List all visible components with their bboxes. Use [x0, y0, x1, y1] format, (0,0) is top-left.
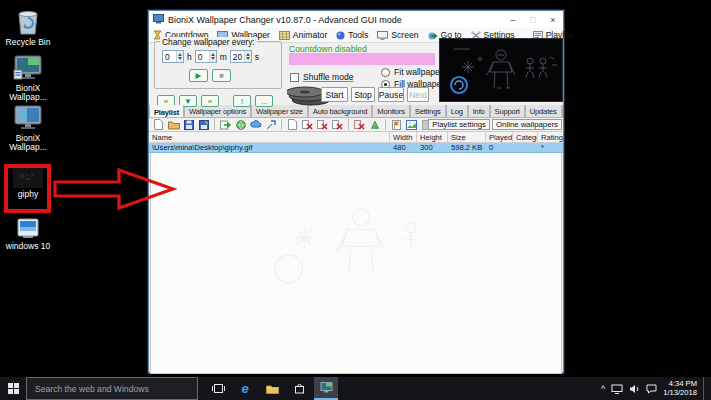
- bionix-app-icon: [0, 104, 56, 132]
- column-size[interactable]: Size: [448, 132, 486, 142]
- action-center-icon[interactable]: [646, 384, 657, 394]
- fit-wallpaper-option[interactable]: Fit wallpaper: [381, 67, 443, 77]
- tab-settings[interactable]: Settings: [410, 105, 446, 117]
- hours-spinner[interactable]: 0: [162, 50, 184, 63]
- clock-date: 1/13/2018: [663, 389, 697, 398]
- bionix-task-icon: [320, 382, 333, 393]
- task-view-button[interactable]: [206, 377, 230, 400]
- taskbar: e ^ 4:34 PM 1/13/2018: [0, 377, 711, 400]
- shuffle-label: Shuffle mode: [303, 72, 353, 82]
- giphy-thumbnail-icon: [0, 168, 56, 188]
- shuffle-mode-option[interactable]: Shuffle mode: [290, 72, 353, 82]
- column-rating[interactable]: Rating: [538, 132, 563, 142]
- app-icon: [153, 14, 164, 26]
- annotation-red-arrow: [53, 167, 177, 211]
- alert-button[interactable]: !: [233, 95, 251, 107]
- stop-button[interactable]: Stop: [351, 87, 375, 102]
- remove-item-icon[interactable]: [301, 119, 314, 131]
- more-button[interactable]: ...: [255, 95, 273, 107]
- preview-image-icon[interactable]: [405, 119, 418, 131]
- fit-radio[interactable]: [381, 68, 390, 77]
- taskbar-clock[interactable]: 4:34 PM 1/13/2018: [663, 380, 697, 397]
- start-button[interactable]: [0, 377, 26, 400]
- store-button[interactable]: [287, 377, 311, 400]
- shuffle-checkbox[interactable]: [290, 73, 299, 82]
- add-cloud-icon[interactable]: [249, 119, 262, 131]
- pause-button[interactable]: Pause: [378, 87, 404, 102]
- edge-icon: e: [241, 381, 248, 396]
- show-desktop-button[interactable]: [703, 377, 707, 400]
- close-button[interactable]: ×: [543, 11, 563, 28]
- cell-rating: *: [538, 143, 563, 152]
- column-width[interactable]: Width: [390, 132, 417, 142]
- network-icon[interactable]: [611, 384, 623, 394]
- desktop-icon-windows10[interactable]: windows 10: [0, 218, 56, 251]
- seconds-spinner[interactable]: 20: [230, 50, 252, 63]
- add-web-icon[interactable]: [234, 119, 247, 131]
- desktop-icon-bionix-1[interactable]: BioniX Wallpap...: [0, 54, 56, 102]
- goto-icon: [428, 31, 438, 40]
- minutes-unit: m: [220, 52, 227, 62]
- menu-tools[interactable]: Tools: [336, 30, 368, 40]
- tab-playlist[interactable]: Playlist: [149, 105, 184, 118]
- file-explorer-button[interactable]: [260, 377, 284, 400]
- minutes-spinner[interactable]: 0: [195, 50, 217, 63]
- add-file-icon[interactable]: [219, 119, 232, 131]
- windows10-file-icon: [0, 218, 56, 240]
- tray-chevron[interactable]: ^: [601, 384, 605, 394]
- playlist-row-selected[interactable]: \Users\mina\Desktop\giphy.gif 480 300 59…: [149, 143, 563, 153]
- seconds-unit: s: [255, 52, 259, 62]
- title-bar[interactable]: BioniX Wallpaper Changer v10.87.0 - Adva…: [149, 11, 563, 28]
- cell-size: 598.2 KB: [448, 143, 486, 152]
- add-link-icon[interactable]: [264, 119, 277, 131]
- tab-support[interactable]: Support: [490, 105, 525, 117]
- desktop-icon-recycle-bin[interactable]: Recycle Bin: [0, 6, 56, 47]
- system-tray: ^ 4:34 PM 1/13/2018: [601, 377, 711, 400]
- remove-all-icon[interactable]: [316, 119, 329, 131]
- column-height[interactable]: Height: [417, 132, 448, 142]
- desktop-icon-label2: Wallpap...: [0, 93, 56, 102]
- remove-dead-icon[interactable]: [331, 119, 344, 131]
- screen-icon: [377, 31, 388, 40]
- playlist-area[interactable]: [150, 153, 562, 374]
- countdown-play-button[interactable]: ▶: [189, 69, 208, 82]
- playlist-settings-button[interactable]: Playlist settings: [428, 119, 490, 130]
- taskbar-search-input[interactable]: [26, 377, 198, 400]
- new-playlist-icon[interactable]: [152, 119, 165, 131]
- tab-monitors[interactable]: Monitors: [372, 105, 410, 117]
- column-played[interactable]: Played: [486, 132, 513, 142]
- cell-played: 0: [486, 143, 513, 152]
- clear-list-icon[interactable]: [286, 119, 299, 131]
- open-folder-icon[interactable]: [167, 119, 180, 131]
- tools-icon: [336, 31, 345, 40]
- countdown-stop-button[interactable]: ■: [212, 69, 231, 82]
- menu-screen[interactable]: Screen: [377, 30, 418, 40]
- save-as-icon[interactable]: [197, 119, 210, 131]
- recycle-icon[interactable]: [368, 119, 381, 131]
- next-wallpaper-button[interactable]: »: [201, 95, 219, 107]
- desktop-icon-giphy[interactable]: giphy: [0, 168, 56, 199]
- desktop-icon-bionix-2[interactable]: BioniX Wallpap...: [0, 104, 56, 152]
- column-catego[interactable]: Catego: [513, 132, 538, 142]
- save-icon[interactable]: [182, 119, 195, 131]
- tab-updates[interactable]: Updates: [525, 105, 562, 117]
- speaker-icon[interactable]: [629, 384, 640, 394]
- bionix-taskbar-button[interactable]: [314, 377, 338, 400]
- control-panel: Change wallpaper every: 0 h 0 m 20 s: [149, 43, 563, 105]
- tab-auto-background[interactable]: Auto background: [308, 105, 372, 117]
- marker-flag-icon[interactable]: [390, 119, 403, 131]
- window-title: BioniX Wallpaper Changer v10.87.0 - Adva…: [168, 15, 402, 25]
- change-wallpaper-group: Change wallpaper every: 0 h 0 m 20 s: [154, 41, 282, 89]
- column-name[interactable]: Name: [149, 132, 390, 142]
- edge-button[interactable]: e: [233, 377, 257, 400]
- desktop-icon-label: Recycle Bin: [0, 38, 56, 47]
- cell-name: \Users\mina\Desktop\giphy.gif: [149, 143, 390, 152]
- tab-play-mode[interactable]: Play mode: [562, 105, 563, 117]
- delete-file-icon[interactable]: [353, 119, 366, 131]
- menu-animator[interactable]: Animator: [279, 30, 327, 40]
- tab-log[interactable]: Log: [446, 105, 468, 117]
- tab-info[interactable]: Info: [468, 105, 490, 117]
- online-wallpapers-button[interactable]: Online wallpapers: [492, 119, 562, 130]
- start-button[interactable]: Start: [321, 87, 348, 102]
- minimize-button[interactable]: –: [503, 11, 523, 28]
